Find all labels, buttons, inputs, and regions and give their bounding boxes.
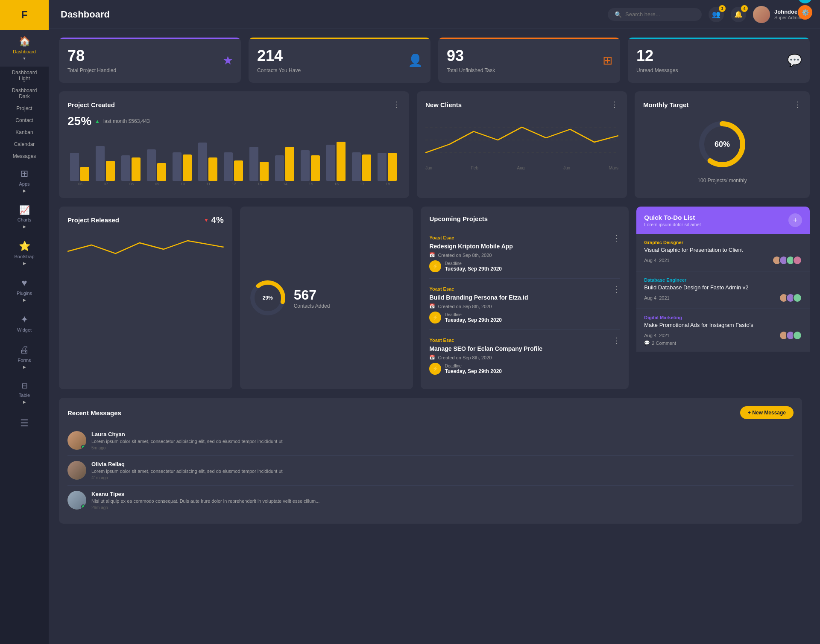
message-name-2: Olivia Rellaq xyxy=(91,461,283,467)
monthly-target-menu[interactable]: ⋮ xyxy=(794,100,801,109)
notifications-button[interactable]: 👥 3 xyxy=(709,7,724,22)
message-content-3: Keanu Tipes Nisi ut aliquip ex ea commod… xyxy=(91,491,319,510)
header: Dashboard 🔍 👥 3 🔔 4 Johndoe Super Admin xyxy=(49,0,820,29)
deadline-date-1: Tuesday, Sep 29th 2020 xyxy=(445,266,502,272)
todo-header: Quick To-Do List Lorem ipsum dolor sit a… xyxy=(636,207,810,234)
sidebar-item-messages[interactable]: Messages xyxy=(0,150,49,162)
new-clients-menu[interactable]: ⋮ xyxy=(611,100,618,109)
project-released-header: Project Released ▼ 4% xyxy=(67,215,224,225)
project-item-3: Yoast Esac ⋮ Manage SEO for Eclan Compan… xyxy=(429,330,620,381)
monthly-target-label: 100 Projects/ monthly xyxy=(643,178,801,184)
user-info[interactable]: Johndoe Super Admin xyxy=(753,6,801,23)
svg-rect-16 xyxy=(275,155,284,181)
trend-up-icon: ▲ xyxy=(95,118,100,124)
sidebar-item-dashboard-dark[interactable]: Dashboard Dark xyxy=(0,85,49,102)
message-avatar-3 xyxy=(67,491,86,510)
contacts-num: 567 xyxy=(294,287,330,303)
search-input[interactable] xyxy=(625,11,695,17)
message-item-1: Laura Chyan Lorem ipsum dolor sit amet, … xyxy=(67,426,794,456)
deadline-info-1: Deadline Tuesday, Sep 29th 2020 xyxy=(445,261,502,272)
calendar-icon-3: 📅 xyxy=(429,355,435,360)
project-menu-2[interactable]: ⋮ xyxy=(612,285,620,294)
plugins-icon: ♥ xyxy=(21,277,27,288)
sidebar-item-kanban[interactable]: Kanban xyxy=(0,126,49,138)
deadline-label-2: Deadline xyxy=(445,312,502,317)
project-menu-1[interactable]: ⋮ xyxy=(612,233,620,243)
deadline-label-3: Deadline xyxy=(445,364,502,368)
deadline-icon-3: ⚡ xyxy=(429,363,441,375)
page-title: Dashboard xyxy=(61,9,601,20)
message-avatar-2 xyxy=(67,461,86,480)
sidebar-item-dashboard[interactable]: 🏠 Dashboard ▼ xyxy=(0,30,49,67)
person-icon: 👤 xyxy=(408,53,423,67)
project-meta-3: 📅 Created on Sep 8th, 2020 xyxy=(429,355,620,360)
messages-button[interactable]: 🔔 4 xyxy=(731,7,746,22)
sidebar-item-project[interactable]: Project xyxy=(0,102,49,114)
project-name-2: Build Branding Persona for Etza.id xyxy=(429,294,620,301)
project-created-menu[interactable]: ⋮ xyxy=(393,100,401,109)
svg-rect-5 xyxy=(132,157,141,181)
svg-rect-18 xyxy=(301,150,310,181)
sidebar-item-widget[interactable]: ✦ Widget xyxy=(0,308,49,338)
svg-rect-0 xyxy=(70,153,79,181)
todo-item-1: Graphic Deisgner Visual Graphic for Pres… xyxy=(636,234,810,271)
deadline-row-1: ⚡ Deadline Tuesday, Sep 29th 2020 xyxy=(429,260,620,272)
svg-rect-20 xyxy=(326,145,335,181)
project-client-3: Yoast Esac xyxy=(429,338,454,343)
header-icons: 👥 3 🔔 4 Johndoe Super Admin 💧 ⚙️ xyxy=(709,6,808,23)
search-icon: 🔍 xyxy=(615,11,622,18)
svg-rect-25 xyxy=(388,153,397,181)
trend-down-icon: ▼ xyxy=(204,217,209,223)
monthly-target-header: Monthly Target ⋮ xyxy=(643,100,801,109)
todo-item-3: Digital Marketing Make Promotional Ads f… xyxy=(636,309,810,352)
bar-chart: 060708 091011 121314 151617 18 xyxy=(67,134,401,189)
water-icon-btn[interactable]: 💧 xyxy=(798,0,812,3)
svg-rect-8 xyxy=(173,152,182,181)
project-menu-3[interactable]: ⋮ xyxy=(612,336,620,345)
sidebar-item-dashboard-light[interactable]: Dashboard Light xyxy=(0,67,49,85)
forms-icon: 🖨 xyxy=(20,344,29,356)
todo-task-2: Build Database Design for Fasto Admin v2 xyxy=(644,284,802,291)
sidebar-item-bootstrap[interactable]: ⭐ Bootstrap ▶ xyxy=(0,235,49,271)
stat-num-projects: 78 xyxy=(67,47,232,65)
chat-icon: 🔔 xyxy=(734,10,743,18)
sidebar-item-contact[interactable]: Contact xyxy=(0,114,49,126)
project-meta-1: 📅 Created on Sep 8th, 2020 xyxy=(429,252,620,258)
sidebar-item-extra[interactable]: ☰ xyxy=(0,412,49,435)
message-content-1: Laura Chyan Lorem ipsum dolor sit amet, … xyxy=(91,431,283,450)
comment-icon: 💬 xyxy=(644,340,650,346)
project-percent: 25% xyxy=(67,114,91,128)
deadline-row-3: ⚡ Deadline Tuesday, Sep 29th 2020 xyxy=(429,363,620,375)
main-content: Dashboard 🔍 👥 3 🔔 4 Johndoe Super Admin xyxy=(49,0,820,644)
todo-date-3: Aug 4, 2021 xyxy=(644,333,669,338)
todo-add-button[interactable]: + xyxy=(788,213,802,227)
svg-rect-19 xyxy=(311,155,320,181)
deadline-info-3: Deadline Tuesday, Sep 29th 2020 xyxy=(445,364,502,374)
new-message-button[interactable]: + New Message xyxy=(740,406,794,419)
sidebar-item-table[interactable]: ⊟ Table ▶ xyxy=(0,375,49,410)
sidebar-item-plugins[interactable]: ♥ Plugins ▶ xyxy=(0,271,49,308)
deadline-date-2: Tuesday, Sep 29th 2020 xyxy=(445,317,502,323)
contacts-added-card: 29% 567 Contacts Added xyxy=(240,207,413,389)
deadline-icon-2: ⚡ xyxy=(429,312,441,323)
quick-todo-card: Quick To-Do List Lorem ipsum dolor sit a… xyxy=(636,207,810,389)
sidebar-item-charts[interactable]: 📈 Charts ▶ xyxy=(0,199,49,235)
sidebar-item-calendar[interactable]: Calendar xyxy=(0,138,49,150)
bottom-row: Recent Messages + New Message Laura Chya… xyxy=(59,398,810,524)
project-released-card: Project Released ▼ 4% xyxy=(59,207,232,389)
svg-rect-13 xyxy=(234,160,243,181)
grid-icon: ⊞ xyxy=(603,53,612,67)
calendar-icon-2: 📅 xyxy=(429,303,435,309)
messages-title: Recent Messages xyxy=(67,409,121,417)
gear-icon-btn[interactable]: ⚙️ xyxy=(798,5,812,20)
sidebar: F 🏠 Dashboard ▼ Dashboard Light Dashboar… xyxy=(0,0,49,644)
todo-avatars-1 xyxy=(772,256,802,265)
apps-icon: ⊞ xyxy=(20,168,28,179)
stat-label-projects: Total Project Handled xyxy=(67,67,232,73)
search-box[interactable]: 🔍 xyxy=(608,8,702,21)
chevron-down-icon: ▼ xyxy=(23,56,26,61)
last-month: last month $563,443 xyxy=(103,118,150,124)
todo-category-2: Database Engineer xyxy=(644,277,802,283)
sidebar-item-apps[interactable]: ⊞ Apps ▶ xyxy=(0,162,49,199)
sidebar-item-forms[interactable]: 🖨 Forms ▶ xyxy=(0,338,49,375)
